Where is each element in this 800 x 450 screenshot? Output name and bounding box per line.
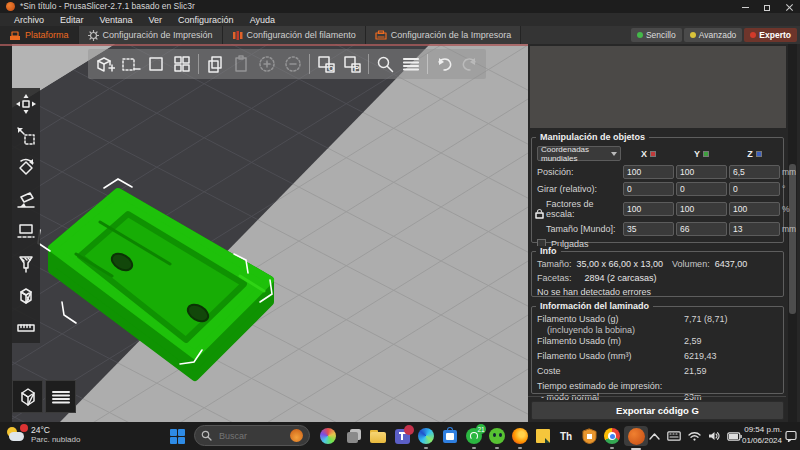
wifi-icon[interactable]	[688, 431, 701, 441]
coordinates-dropdown[interactable]: Coordenadas mundiales	[537, 146, 621, 161]
taskbar-firefox[interactable]	[510, 426, 530, 446]
taskbar-chrome[interactable]	[602, 426, 622, 446]
undo-button[interactable]	[432, 51, 456, 77]
mode-experto[interactable]: Experto	[744, 28, 797, 42]
menu-ayuda[interactable]: Ayuda	[242, 15, 283, 25]
rotate-x-input[interactable]	[623, 182, 674, 196]
size-x-input[interactable]	[623, 222, 674, 236]
add-instance-button[interactable]	[255, 51, 279, 77]
viewport-canvas[interactable]	[0, 44, 528, 422]
taskbar-weather-widget[interactable]: 24°CParc. nublado	[6, 425, 80, 445]
split-parts-button[interactable]: P	[340, 51, 364, 77]
mode-label: Sencillo	[646, 30, 676, 40]
mode-avanzado[interactable]: Avanzado	[684, 28, 743, 42]
scale-tool-button[interactable]	[15, 124, 38, 147]
delete-all-button[interactable]	[144, 51, 168, 77]
menu-ver[interactable]: Ver	[141, 15, 171, 25]
size-y-input[interactable]	[676, 222, 727, 236]
minimize-button[interactable]	[734, 3, 756, 12]
taskbar-search[interactable]	[194, 425, 310, 446]
rotate-tool-button[interactable]	[15, 156, 38, 179]
sticky-notes-icon	[536, 429, 550, 443]
search-tool-button[interactable]	[373, 51, 397, 77]
position-label: Posición:	[537, 167, 621, 177]
view-preview-button[interactable]	[45, 380, 76, 413]
search-input[interactable]	[217, 430, 285, 442]
taskbar-task-view[interactable]	[344, 426, 364, 446]
axis-x-header: X	[623, 149, 674, 159]
rotate-z-input[interactable]	[729, 182, 780, 196]
tab-config-filamento[interactable]: Configuración del filamento	[223, 26, 366, 44]
paint-supports-tool-button[interactable]	[15, 252, 38, 275]
touch-keyboard-icon[interactable]	[667, 431, 681, 441]
taskbar-prusaslicer-active[interactable]	[624, 426, 648, 446]
add-object-button[interactable]	[92, 51, 116, 77]
axis-z-swatch	[756, 151, 762, 157]
copy-button[interactable]	[203, 51, 227, 77]
advanced-mode-dot	[690, 32, 696, 38]
tab-config-impresora[interactable]: Configuración de la Impresora	[366, 26, 522, 44]
close-button[interactable]	[778, 3, 800, 12]
toolbar-left	[12, 88, 40, 343]
tray-chevron-up-icon[interactable]	[649, 433, 660, 440]
viewport-top-accent	[0, 44, 528, 46]
mode-sencillo[interactable]: Sencillo	[631, 28, 682, 42]
teams-badge	[404, 425, 414, 435]
unit-label: mm	[782, 167, 796, 177]
measure-tool-button[interactable]	[15, 316, 38, 339]
view-3d-button[interactable]	[12, 380, 43, 413]
menu-editar[interactable]: Editar	[52, 15, 92, 25]
remove-instance-button[interactable]	[281, 51, 305, 77]
position-x-input[interactable]	[623, 165, 674, 179]
position-y-input[interactable]	[676, 165, 727, 179]
taskbar-teams[interactable]	[392, 426, 412, 446]
group-title: Información del laminado	[536, 301, 653, 311]
maximize-button[interactable]	[756, 3, 778, 12]
weather-alert-badge	[20, 424, 28, 432]
place-on-face-tool-button[interactable]	[15, 188, 38, 211]
variable-layer-height-button[interactable]	[399, 51, 423, 77]
taskbar-shield-app[interactable]	[579, 426, 599, 446]
firefox-icon	[512, 428, 528, 444]
taskbar-app-color-wheel[interactable]	[318, 426, 338, 446]
split-objects-button[interactable]: O	[314, 51, 338, 77]
taskbar-whatsapp[interactable]: 21	[464, 426, 484, 446]
taskbar-thonny[interactable]: Th	[556, 426, 576, 446]
delete-object-button[interactable]	[118, 51, 142, 77]
volume-icon[interactable]	[708, 431, 720, 441]
seam-paint-tool-button[interactable]	[15, 284, 38, 307]
menu-archivo[interactable]: Archivo	[6, 15, 52, 25]
cut-tool-button[interactable]	[15, 220, 38, 243]
scale-x-input[interactable]	[623, 202, 674, 216]
menu-bar: Archivo Editar Ventana Ver Configuración…	[0, 13, 800, 26]
main-area: O P	[0, 44, 800, 422]
position-z-input[interactable]	[729, 165, 780, 179]
tab-plataforma[interactable]: Plataforma	[0, 26, 79, 44]
menu-configuracion[interactable]: Configuración	[170, 15, 242, 25]
axis-y-header: Y	[676, 149, 727, 159]
taskbar-sticky-notes[interactable]	[533, 426, 553, 446]
battery-icon[interactable]	[727, 432, 742, 441]
scale-z-input[interactable]	[729, 202, 780, 216]
taskbar-edge[interactable]	[416, 426, 436, 446]
taskbar-green-app[interactable]	[487, 426, 507, 446]
export-gcode-button[interactable]: Exportar código G	[531, 401, 784, 420]
object-list[interactable]	[530, 46, 786, 128]
paste-button[interactable]	[229, 51, 253, 77]
inches-checkbox-row[interactable]: Pulgadas	[537, 239, 778, 249]
redo-button[interactable]	[458, 51, 482, 77]
arrange-button[interactable]	[170, 51, 194, 77]
notification-center-icon[interactable]	[785, 430, 797, 442]
taskbar-file-explorer[interactable]	[368, 426, 388, 446]
rotate-y-input[interactable]	[676, 182, 727, 196]
start-button[interactable]	[170, 429, 185, 444]
taskbar-store[interactable]	[440, 426, 460, 446]
scale-y-input[interactable]	[676, 202, 727, 216]
scale-lock-icon[interactable]	[535, 208, 544, 219]
tab-config-impresion[interactable]: Configuración de Impresión	[79, 26, 223, 44]
move-tool-button[interactable]	[15, 92, 38, 115]
menu-ventana[interactable]: Ventana	[92, 15, 141, 25]
taskbar-clock[interactable]: 09:54 p.m. 01/06/2024	[742, 425, 782, 446]
axis-z-header: Z	[729, 149, 780, 159]
size-z-input[interactable]	[729, 222, 780, 236]
